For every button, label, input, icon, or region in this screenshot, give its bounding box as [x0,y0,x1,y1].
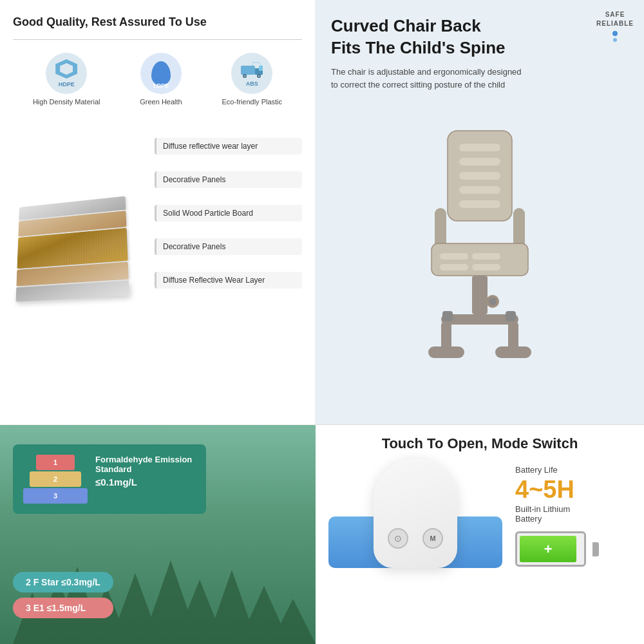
formaldehyde-card: 1 2 3 Formaldehyde Emission Standard ≤0.… [13,444,206,514]
dot-2 [613,38,617,42]
svg-rect-10 [459,172,500,180]
svg-rect-11 [459,186,500,194]
svg-rect-19 [472,264,500,270]
battery-sub: Built-in Lithium Battery [515,504,631,524]
abs-item: ABS Eco-friendly Plastic [222,53,283,106]
emission-badges: 2 F Star ≤0.3mg/L 3 E1 ≤1.5mg/L [13,572,113,618]
dot-1 [612,31,618,36]
layer-2: Decorative Panels [155,171,302,188]
top-left-panel: Good Quality, Rest Assured To Use HDPE H… [0,0,316,425]
layers-section: Diffuse reflective wear layer Decorative… [13,118,302,299]
pyramid-level-1: 1 [36,455,75,470]
svg-rect-20 [472,276,488,314]
ldpe-icon: LDPE [140,53,182,94]
layer-3: Solid Wood Particle Board [155,205,302,222]
layer-labels: Diffuse reflective wear layer Decorative… [142,118,302,299]
hdpe-desc: High Density Material [33,98,100,106]
chair-svg [396,118,564,363]
mode-button[interactable]: M [422,528,443,549]
formaldehyde-text: Formaldehyde Emission Standard ≤0.1mg/L [95,455,192,488]
divider [13,39,302,40]
hdpe-item: HDPE High Density Material [33,53,100,106]
chair-title: Curved Chair Back Fits The Child's Spine [331,15,629,59]
layer-1: Diffuse reflective wear layer [155,138,302,155]
formaldehyde-title: Formaldehyde Emission Standard [95,455,192,474]
svg-rect-0 [241,66,255,75]
battery-label: Battery Life [515,465,631,475]
battery-plus: + [544,541,553,558]
title-line1: Curved Chair Back [331,16,481,35]
svg-rect-29 [506,311,516,321]
svg-rect-12 [459,200,500,208]
svg-rect-9 [459,158,500,166]
device-area: ⊙ M [328,459,502,568]
power-button[interactable]: ⊙ [388,528,408,549]
battery-time: 4~5H [515,477,631,502]
svg-rect-17 [472,253,500,260]
device-wrapper: ⊙ M [374,459,457,568]
battery-body: + [515,531,586,567]
svg-rect-16 [440,253,468,260]
abs-label: ABS [246,80,258,87]
device-body: ⊙ M [374,459,457,568]
layer-4: Decorative Panels [155,238,302,255]
title-line2: Fits The Child's Spine [331,38,506,57]
hdpe-label: HDPE [59,81,75,88]
device-buttons: ⊙ M [388,528,443,549]
svg-rect-26 [428,346,464,358]
top-left-title: Good Quality, Rest Assured To Use [13,15,302,29]
formaldehyde-value: ≤0.1mg/L [95,477,192,488]
truck-svg [240,61,264,79]
board-stack-image [13,118,142,299]
safe-text: SAFE RELIABLE [596,10,634,28]
abs-desc: Eco-friendly Plastic [222,98,283,106]
bottom-left-panel: 1 2 3 Formaldehyde Emission Standard ≤0.… [0,425,316,644]
pyramid-level-3: 3 [23,488,88,504]
abs-icon: ABS [231,53,272,94]
hdpe-icon: HDPE [46,53,87,94]
svg-point-5 [244,75,246,77]
ldpe-item: LDPE Green Health [140,53,182,106]
chair-description: The chair is adjustable and ergonomicall… [331,66,576,93]
top-right-panel: SAFE RELIABLE Curved Chair Back Fits The… [316,0,644,425]
svg-point-22 [489,298,497,305]
bottom-right-content: ⊙ M Battery Life 4~5H Built-in Lithium B… [316,459,644,644]
svg-point-6 [258,75,260,77]
safe-dots [596,31,634,42]
battery-fill: + [520,536,576,562]
svg-rect-28 [442,311,453,321]
touch-title: Touch To Open, Mode Switch [316,425,644,459]
battery-terminal [592,542,599,556]
pyramid-row: 1 2 3 Formaldehyde Emission Standard ≤0.… [23,455,196,504]
safe-badge: SAFE RELIABLE [596,10,634,42]
pyramid: 1 2 3 [23,455,88,504]
f-star-badge: 2 F Star ≤0.3mg/L [13,572,113,592]
battery-icon: + [515,531,592,567]
layer-5: Diffuse Reflective Wear Layer [155,272,302,289]
battery-area: Battery Life 4~5H Built-in Lithium Batte… [515,459,631,567]
svg-rect-18 [440,264,468,270]
e1-badge: 3 E1 ≤1.5mg/L [13,598,113,618]
chair-image-area [331,105,629,375]
svg-rect-27 [495,346,531,358]
material-icons-row: HDPE High Density Material LDPE Green He… [13,53,302,106]
ldpe-label: LDPE [153,82,169,89]
ldpe-desc: Green Health [140,98,182,106]
svg-rect-8 [459,144,500,151]
bottom-right-panel: Touch To Open, Mode Switch ⊙ M [316,425,644,644]
pyramid-level-2: 2 [30,471,81,487]
